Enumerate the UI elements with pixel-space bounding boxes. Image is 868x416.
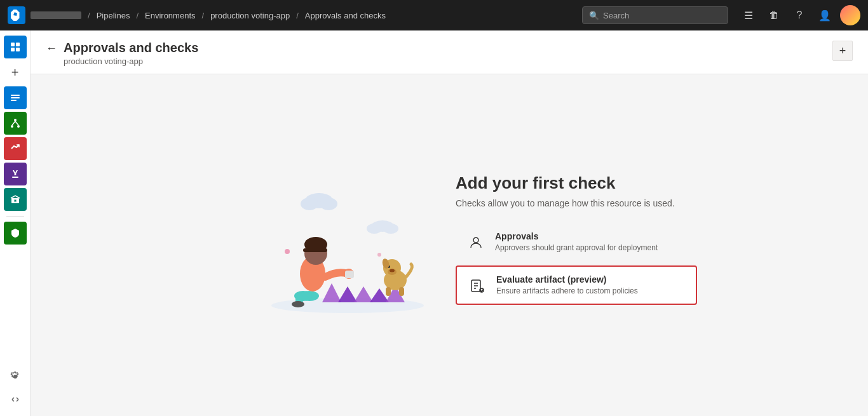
help-icon[interactable]: ? [789, 5, 810, 25]
svg-line-10 [12, 121, 15, 125]
sidebar-item-testplans[interactable] [4, 163, 27, 185]
empty-state-content: Add your first check Checks allow you to… [31, 74, 868, 409]
azure-devops-logo[interactable] [8, 6, 25, 24]
menu-icon[interactable]: ☰ [738, 5, 759, 25]
sidebar-item-pipelines[interactable] [4, 137, 27, 160]
checks-panel: Add your first check Checks allow you to… [456, 173, 697, 310]
svg-point-7 [14, 119, 17, 121]
svg-rect-1 [16, 43, 20, 46]
sidebar-item-artifacts[interactable] [4, 188, 27, 211]
svg-rect-43 [345, 271, 354, 278]
search-placeholder: Search [603, 11, 629, 20]
user-avatar[interactable] [840, 5, 860, 25]
global-search[interactable]: 🔍 Search [582, 6, 728, 24]
svg-point-18 [320, 198, 337, 210]
svg-marker-26 [354, 286, 373, 302]
check-name-evaluate-artifact: Evaluate artifact (preview) [496, 274, 686, 285]
svg-point-21 [383, 224, 398, 234]
main-content-area: ← Approvals and checks production voting… [31, 30, 868, 416]
empty-state-subtext: Checks allow you to manage how this reso… [456, 198, 697, 208]
breadcrumb-production-voting-app[interactable]: production voting-app [210, 11, 290, 20]
add-check-button[interactable]: + [832, 41, 853, 61]
svg-point-22 [285, 249, 290, 254]
sidebar-item-repos[interactable] [4, 112, 27, 135]
svg-rect-14 [14, 199, 17, 202]
page-header: ← Approvals and checks production voting… [31, 30, 868, 74]
sidebar-item-security[interactable] [4, 222, 27, 245]
svg-rect-5 [11, 97, 20, 98]
breadcrumb-environments[interactable]: Environments [145, 11, 195, 20]
check-desc-evaluate-artifact: Ensure artifacts adhere to custom polici… [496, 286, 686, 295]
svg-point-47 [473, 238, 478, 243]
svg-rect-36 [399, 287, 404, 296]
search-icon: 🔍 [589, 11, 599, 20]
page-subtitle: production voting-app [64, 57, 198, 66]
notifications-icon[interactable]: 🗑 [764, 5, 784, 25]
svg-marker-25 [338, 286, 357, 302]
check-desc-approvals: Approvers should grant approval for depl… [495, 243, 687, 252]
check-item-evaluate-artifact[interactable]: Evaluate artifact (preview) Ensure artif… [456, 265, 697, 305]
org-name-blurred [31, 11, 81, 19]
svg-line-11 [15, 121, 18, 125]
svg-point-8 [11, 125, 13, 128]
svg-point-23 [377, 253, 381, 257]
svg-rect-12 [12, 177, 18, 178]
back-button[interactable]: ← [46, 43, 57, 54]
svg-rect-35 [386, 287, 391, 296]
sidebar-item-settings[interactable] [4, 365, 27, 388]
svg-rect-41 [303, 248, 327, 252]
check-name-approvals: Approvals [495, 231, 687, 241]
sidebar-divider [6, 216, 24, 217]
svg-point-46 [292, 301, 304, 307]
user-settings-icon[interactable]: 👤 [815, 5, 835, 25]
svg-rect-6 [11, 100, 17, 101]
svg-rect-4 [11, 95, 20, 96]
svg-rect-0 [11, 43, 15, 46]
breadcrumb-approvals-and-checks[interactable]: Approvals and checks [305, 11, 386, 20]
svg-point-9 [17, 125, 20, 128]
svg-rect-2 [11, 48, 15, 51]
sidebar: + [0, 30, 31, 416]
svg-point-20 [367, 224, 382, 234]
sidebar-item-boards[interactable] [4, 86, 27, 109]
evaluate-artifact-icon [467, 276, 487, 296]
svg-rect-3 [16, 48, 20, 51]
sidebar-item-expand[interactable] [4, 388, 27, 411]
sidebar-item-add[interactable]: + [4, 61, 27, 84]
illustration-area [201, 159, 456, 325]
top-navigation: / Pipelines / Environments / production … [0, 0, 868, 30]
sidebar-item-home[interactable] [4, 36, 27, 58]
page-title: Approvals and checks [64, 41, 198, 55]
empty-state-heading: Add your first check [456, 173, 697, 193]
breadcrumb-pipelines[interactable]: Pipelines [97, 11, 130, 20]
svg-point-32 [390, 269, 395, 272]
svg-marker-24 [322, 283, 341, 302]
svg-point-17 [301, 198, 318, 210]
approvals-icon [466, 232, 486, 253]
check-item-approvals[interactable]: Approvals Approvers should grant approva… [456, 224, 697, 260]
